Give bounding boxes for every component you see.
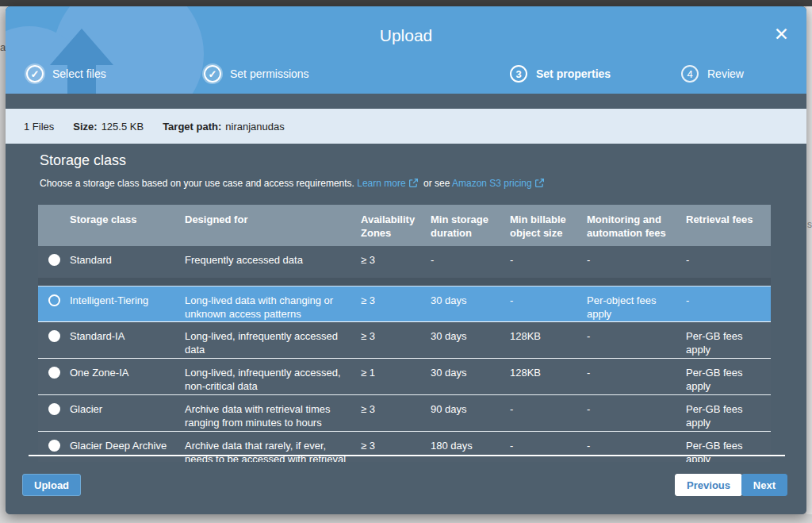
check-icon: ✓ — [26, 65, 44, 83]
table-scroll-edge — [29, 455, 785, 456]
step-set-permissions[interactable]: ✓ Set permissions — [204, 65, 309, 83]
min-duration-cell: 90 days — [431, 395, 510, 431]
availability-zones-cell: ≥ 3 — [361, 246, 431, 278]
designed-for-cell: Archive data with retrieval times rangin… — [185, 395, 361, 431]
storage-class-name: One Zone-IA — [70, 359, 185, 394]
retrieval-fees-cell: Per-GB fees apply — [686, 432, 771, 462]
column-header: Designed for — [185, 205, 361, 246]
step-number-icon: 4 — [681, 65, 699, 83]
column-header: Monitoring and automation fees — [587, 205, 686, 246]
monitoring-fees-cell: - — [587, 246, 686, 278]
file-count: 1 Files — [24, 121, 54, 133]
s3-pricing-link[interactable]: Amazon S3 pricing — [452, 178, 532, 189]
radio-column-header — [38, 205, 70, 246]
step-select-files[interactable]: ✓ Select files — [26, 65, 106, 83]
storage-class-name: Standard-IA — [70, 322, 185, 358]
storage-class-name: Standard — [70, 246, 185, 278]
monitoring-fees-cell: - — [587, 322, 686, 358]
column-header: Availability Zones — [361, 205, 431, 246]
close-icon[interactable]: ✕ — [774, 25, 789, 44]
target-path-label: Target path: — [163, 121, 221, 133]
size-value: 125.5 KB — [102, 121, 144, 133]
column-header: Min billable object size — [510, 205, 587, 246]
description-text: Choose a storage class based on your use… — [40, 178, 354, 189]
radio-button[interactable] — [48, 440, 60, 452]
page-background-top — [0, 0, 812, 6]
wizard-steps: ✓ Select files ✓ Set permissions 3 Set p… — [6, 65, 806, 90]
table-row[interactable]: One Zone-IA Long-lived, infrequently acc… — [38, 359, 771, 395]
row-spacer — [38, 278, 771, 286]
availability-zones-cell: ≥ 3 — [361, 395, 431, 431]
check-icon: ✓ — [204, 65, 221, 83]
monitoring-fees-cell: - — [587, 395, 686, 431]
table-row[interactable]: Standard-IA Long-lived, infrequently acc… — [38, 322, 771, 359]
header-divider-band — [6, 94, 806, 109]
retrieval-fees-cell: - — [686, 286, 771, 321]
set-properties-panel: Storage class Choose a storage class bas… — [6, 144, 806, 514]
target-path-value: niranjanudas — [225, 121, 284, 133]
monitoring-fees-cell: - — [587, 359, 686, 394]
or-see-text: or see — [423, 178, 450, 189]
storage-class-name: Intelligent-Tiering — [70, 286, 185, 321]
step-review[interactable]: 4 Review — [681, 65, 744, 83]
min-duration-cell: 30 days — [431, 286, 510, 321]
monitoring-fees-cell: - — [587, 432, 686, 462]
min-size-cell: - — [510, 432, 587, 462]
min-size-cell: - — [510, 246, 587, 278]
dialog-title: Upload — [6, 26, 806, 45]
retrieval-fees-cell: Per-GB fees apply — [686, 395, 771, 431]
designed-for-cell: Long-lived, infrequently accessed, non-c… — [185, 359, 361, 394]
availability-zones-cell: ≥ 3 — [361, 286, 431, 321]
upload-button[interactable]: Upload — [22, 474, 81, 496]
designed-for-cell: Archive data that rarely, if ever, needs… — [185, 432, 361, 462]
radio-button[interactable] — [48, 330, 60, 342]
min-size-cell: - — [510, 286, 587, 321]
radio-button[interactable] — [48, 403, 60, 415]
table-row-highlighted[interactable]: Intelligent-Tiering Long-lived data with… — [38, 286, 771, 322]
retrieval-fees-cell: Per-GB fees apply — [686, 322, 771, 358]
column-header: Min storage duration — [431, 205, 510, 246]
table-row[interactable]: Standard Frequently accessed data ≥ 3 - … — [38, 246, 771, 278]
previous-button[interactable]: Previous — [675, 474, 742, 496]
next-button[interactable]: Next — [741, 474, 787, 496]
min-size-cell: 128KB — [510, 322, 587, 358]
step-number-icon: 3 — [510, 65, 527, 83]
step-label: Review — [707, 67, 744, 80]
min-size-cell: 128KB — [510, 359, 587, 394]
retrieval-fees-cell: Per-GB fees apply — [686, 359, 771, 394]
external-link-icon — [408, 178, 419, 190]
size-label: Size: — [73, 121, 97, 133]
storage-class-table: Storage class Designed for Availability … — [38, 205, 771, 462]
step-label: Select files — [52, 67, 106, 80]
table-row[interactable]: Glacier Deep Archive Archive data that r… — [38, 432, 771, 462]
column-header: Storage class — [70, 205, 185, 246]
background-page-text: s — [807, 219, 812, 230]
step-label: Set permissions — [230, 67, 309, 80]
radio-button[interactable] — [48, 294, 60, 306]
upload-dialog: Upload ✕ ✓ Select files ✓ Set permission… — [6, 6, 806, 514]
min-size-cell: - — [510, 395, 587, 431]
step-label: Set properties — [536, 67, 611, 80]
min-duration-cell: 30 days — [431, 359, 510, 394]
availability-zones-cell: ≥ 3 — [361, 322, 431, 358]
min-duration-cell: - — [431, 246, 510, 278]
storage-class-name: Glacier — [70, 395, 185, 431]
designed-for-cell: Frequently accessed data — [185, 246, 361, 278]
retrieval-fees-cell: - — [686, 246, 771, 278]
storage-class-heading: Storage class — [40, 152, 126, 169]
min-duration-cell: 30 days — [431, 322, 510, 358]
availability-zones-cell: ≥ 3 — [361, 432, 431, 462]
column-header: Retrieval fees — [686, 205, 771, 246]
min-duration-cell: 180 days — [431, 432, 510, 462]
designed-for-cell: Long-lived, infrequently accessed data — [185, 322, 361, 358]
learn-more-link[interactable]: Learn more — [357, 178, 405, 189]
availability-zones-cell: ≥ 1 — [361, 359, 431, 394]
radio-button[interactable] — [48, 254, 60, 266]
storage-class-name: Glacier Deep Archive — [70, 432, 185, 462]
monitoring-fees-cell: Per-object fees apply — [587, 286, 686, 321]
radio-button[interactable] — [48, 367, 60, 379]
table-row[interactable]: Glacier Archive data with retrieval time… — [38, 395, 771, 432]
file-info-bar: 1 Files Size: 125.5 KB Target path: nira… — [6, 109, 806, 144]
designed-for-cell: Long-lived data with changing or unknown… — [185, 286, 361, 321]
step-set-properties[interactable]: 3 Set properties — [510, 65, 611, 83]
